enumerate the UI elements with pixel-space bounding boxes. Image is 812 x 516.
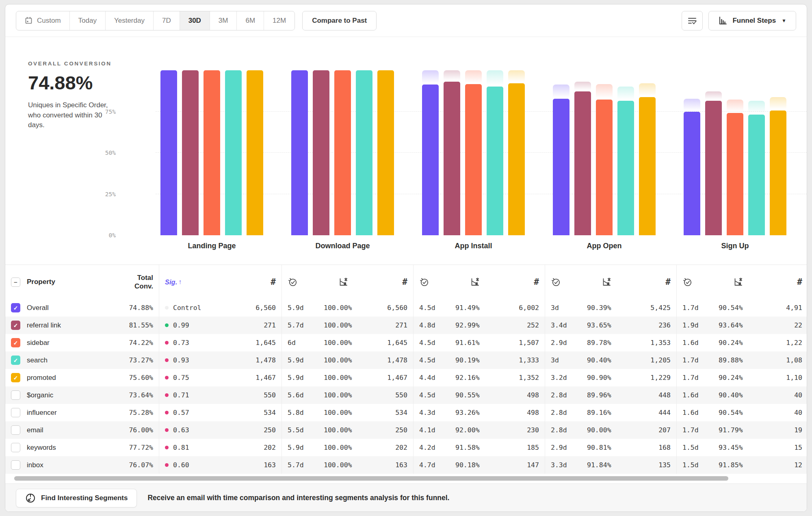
toolbar-right: Funnel Steps ▼ — [682, 11, 796, 30]
compare-to-past-button[interactable]: Compare to Past — [302, 11, 377, 30]
count-value: 534 — [395, 409, 407, 416]
stopwatch-check-icon — [288, 277, 297, 287]
bar-referral-link-app-open[interactable] — [574, 70, 591, 235]
cell-time-step-3: 4.4d — [413, 369, 450, 386]
bar-overall-landing-page[interactable] — [160, 70, 177, 235]
bar-overall-download-page[interactable] — [291, 70, 308, 235]
row-checkbox-influencer[interactable] — [11, 408, 20, 417]
bar-overall-app-open[interactable] — [553, 70, 569, 235]
date-range-label: Custom — [37, 17, 61, 25]
date-range-yesterday[interactable]: Yesterday — [106, 11, 154, 30]
property-label: email — [27, 426, 43, 434]
chart-groups: Landing PageDownload PageApp InstallApp … — [160, 70, 807, 235]
cell-significance: 0.73 — [159, 334, 220, 351]
bar-overall-app-install[interactable] — [422, 70, 439, 235]
bar-sidebar-app-open[interactable] — [596, 70, 613, 235]
cell-time-step-5: 1.7d — [676, 351, 713, 369]
date-range-today[interactable]: Today — [70, 11, 106, 30]
table-row-referral-link[interactable]: ✓referral link81.55%0.992715.7d100.00%27… — [5, 317, 807, 334]
cell-count-step-1: 550 — [220, 386, 281, 404]
cell-count-step-4: 135 — [632, 456, 676, 474]
bar-search-app-open[interactable] — [617, 70, 634, 235]
table-row-promoted[interactable]: ✓promoted75.60%0.751,4675.9d100.00%1,467… — [5, 369, 807, 386]
table-row-overall[interactable]: ✓Overall74.88%Control6,5605.9d100.00%6,5… — [5, 299, 807, 317]
bar-promoted-landing-page[interactable] — [247, 70, 263, 235]
horizontal-scrollbar-thumb[interactable] — [14, 476, 728, 481]
select-all-checkbox[interactable]: − — [11, 278, 20, 287]
significance-value: 0.60 — [173, 461, 189, 469]
list-check-button[interactable] — [682, 11, 703, 30]
table-row-influencer[interactable]: influencer75.28%0.575345.8d100.00%5344.3… — [5, 404, 807, 421]
cell-count-step-3: 498 — [500, 404, 545, 421]
count-value: 1,08 — [786, 356, 802, 364]
bar-sidebar-download-page[interactable] — [334, 70, 351, 235]
count-value: 550 — [264, 391, 276, 399]
row-checkbox-inbox[interactable] — [11, 460, 20, 470]
conv-value: 90.39% — [587, 304, 611, 312]
cell-time-step-4: 3d — [545, 299, 581, 317]
view-selector-funnel-steps[interactable]: Funnel Steps ▼ — [708, 11, 796, 30]
count-value: 147 — [527, 461, 539, 469]
bar-referral-link-landing-page[interactable] — [182, 70, 199, 235]
bar-search-sign-up[interactable] — [748, 70, 765, 235]
conv-value: 90.55% — [455, 391, 480, 399]
count-value: 5,425 — [650, 304, 671, 312]
date-range-30d[interactable]: 30D — [180, 11, 210, 30]
bar-sidebar-app-install[interactable] — [465, 70, 482, 235]
table-row-organic[interactable]: $organic73.64%0.715505.6d100.00%5504.5d9… — [5, 386, 807, 404]
conv-value: 90.90% — [587, 374, 611, 382]
row-checkbox-overall[interactable]: ✓ — [11, 303, 20, 312]
find-interesting-segments-button[interactable]: Find Interesting Segments — [16, 489, 137, 507]
date-range-label: 6M — [245, 17, 255, 25]
count-value: 534 — [264, 409, 276, 416]
header-significance[interactable]: Sig.↑ — [159, 265, 220, 299]
total-conv-value: 74.88% — [129, 304, 153, 312]
bar-search-download-page[interactable] — [356, 70, 372, 235]
table-row-email[interactable]: email76.00%0.632505.5d100.00%2504.1d92.0… — [5, 421, 807, 439]
date-range-3m[interactable]: 3M — [210, 11, 237, 30]
bar-referral-link-download-page[interactable] — [313, 70, 329, 235]
header-conv-rate-step-5 — [713, 265, 763, 299]
table-row-sidebar[interactable]: ✓sidebar74.22%0.731,6456d100.00%1,6454.5… — [5, 334, 807, 351]
bar-sidebar-landing-page[interactable] — [204, 70, 220, 235]
cell-count-step-2: 6,560 — [368, 299, 413, 317]
table-row-search[interactable]: ✓search73.27%0.931,4785.9d100.00%1,4784.… — [5, 351, 807, 369]
bar-referral-link-sign-up[interactable] — [705, 70, 722, 235]
bar-promoted-app-open[interactable] — [639, 70, 656, 235]
date-range-12m[interactable]: 12M — [264, 11, 294, 30]
chart-group-sign-up: Sign Up — [684, 70, 786, 235]
significance-value: 0.71 — [173, 391, 189, 399]
bar-search-app-install[interactable] — [487, 70, 503, 235]
row-checkbox-organic[interactable] — [11, 390, 20, 400]
bar-search-landing-page[interactable] — [225, 70, 242, 235]
row-checkbox-promoted[interactable]: ✓ — [11, 373, 20, 382]
bar-sidebar-sign-up[interactable] — [727, 70, 743, 235]
time-value: 3d — [551, 356, 559, 364]
table-row-inbox[interactable]: inbox76.07%0.601635.7d100.00%1634.7d90.1… — [5, 456, 807, 474]
y-axis-tick: 0% — [91, 232, 116, 238]
cell-count-step-3: 147 — [500, 456, 545, 474]
cell-total-conv: 74.22% — [120, 334, 159, 351]
row-checkbox-search[interactable]: ✓ — [11, 356, 20, 365]
bar-overall-sign-up[interactable] — [684, 70, 700, 235]
cell-time-step-4: 3.4d — [545, 317, 581, 334]
cell-count-step-5: 40 — [763, 386, 807, 404]
count-value: 250 — [395, 426, 407, 434]
bar-promoted-app-install[interactable] — [508, 70, 525, 235]
date-range-6m[interactable]: 6M — [237, 11, 264, 30]
count-value: 4,91 — [786, 304, 802, 312]
bar-promoted-sign-up[interactable] — [770, 70, 786, 235]
bar-solid — [727, 113, 743, 235]
total-conv-value: 77.72% — [129, 444, 153, 451]
row-checkbox-referral-link[interactable]: ✓ — [11, 321, 20, 330]
cell-conv-step-5: 89.88% — [713, 351, 763, 369]
table-row-keywords[interactable]: keywords77.72%0.812025.9d100.00%2024.2d9… — [5, 439, 807, 456]
date-range-7d[interactable]: 7D — [154, 11, 180, 30]
property-label: search — [27, 356, 48, 364]
row-checkbox-sidebar[interactable]: ✓ — [11, 338, 20, 347]
date-range-custom[interactable]: Custom — [16, 11, 70, 30]
bar-promoted-download-page[interactable] — [377, 70, 394, 235]
bar-referral-link-app-install[interactable] — [444, 70, 460, 235]
row-checkbox-email[interactable] — [11, 425, 20, 435]
row-checkbox-keywords[interactable] — [11, 443, 20, 452]
